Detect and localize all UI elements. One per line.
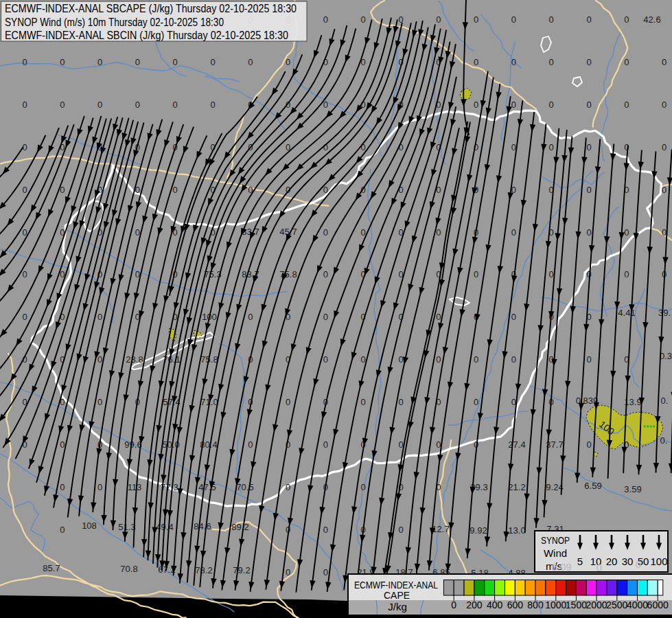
svg-text:0: 0	[97, 482, 102, 492]
svg-text:0: 0	[97, 354, 102, 365]
svg-text:0: 0	[60, 482, 65, 492]
svg-text:SYNOP Wind (m/s) 10m Thursday: SYNOP Wind (m/s) 10m Thursday 02-10-2025…	[5, 16, 224, 29]
svg-text:800: 800	[527, 599, 544, 610]
svg-text:0: 0	[549, 57, 554, 67]
svg-text:0: 0	[662, 185, 667, 195]
svg-text:0: 0	[511, 312, 516, 322]
svg-text:100: 100	[650, 556, 667, 567]
svg-text:0: 0	[549, 14, 554, 25]
svg-text:0: 0	[97, 57, 102, 67]
svg-text:0: 0	[210, 57, 215, 67]
svg-text:0: 0	[135, 57, 140, 67]
svg-text:0: 0	[436, 439, 441, 450]
svg-text:0: 0	[624, 100, 629, 110]
svg-text:CAPE: CAPE	[384, 589, 410, 601]
svg-text:0: 0	[662, 227, 667, 238]
svg-text:ECMWF-INDEX-ANAL SBCIN (J/kg): ECMWF-INDEX-ANAL SBCIN (J/kg) Thursday 0…	[5, 29, 288, 42]
svg-text:6000: 6000	[647, 599, 669, 610]
svg-text:0: 0	[248, 312, 253, 322]
svg-text:0: 0	[436, 14, 441, 25]
svg-text:70.5: 70.5	[236, 482, 253, 492]
svg-text:0.: 0.	[660, 435, 668, 446]
svg-text:0: 0	[135, 100, 140, 110]
svg-text:0: 0	[173, 100, 178, 110]
svg-text:0: 0	[586, 100, 591, 110]
svg-text:0: 0	[398, 439, 403, 450]
svg-text:0: 0	[286, 397, 290, 407]
svg-text:0.3: 0.3	[660, 351, 672, 361]
svg-text:2000: 2000	[586, 599, 607, 610]
svg-text:27.4: 27.4	[508, 439, 525, 450]
svg-text:0: 0	[361, 354, 366, 365]
svg-text:0: 0	[474, 397, 478, 407]
svg-text:9.92: 9.92	[470, 525, 487, 536]
svg-text:0: 0	[586, 57, 591, 67]
svg-text:78.2: 78.2	[195, 565, 212, 575]
svg-text:99.6: 99.6	[124, 439, 141, 450]
svg-text:108: 108	[82, 520, 97, 531]
svg-text:0: 0	[22, 227, 27, 238]
svg-text:0: 0	[60, 57, 65, 67]
svg-text:79.2: 79.2	[233, 565, 250, 575]
svg-text:0: 0	[624, 14, 629, 25]
svg-text:0: 0	[398, 397, 403, 407]
svg-text:0: 0	[323, 567, 328, 577]
svg-text:400: 400	[487, 599, 503, 610]
svg-text:85.7: 85.7	[43, 563, 60, 573]
svg-text:0: 0	[451, 599, 456, 610]
svg-text:3.59: 3.59	[624, 484, 641, 494]
svg-text:0: 0	[22, 312, 27, 322]
svg-text:0: 0	[511, 14, 516, 25]
svg-text:0: 0	[286, 57, 290, 67]
svg-text:51.3: 51.3	[118, 522, 135, 532]
svg-text:0: 0	[586, 185, 591, 195]
svg-text:0: 0	[97, 397, 102, 407]
svg-text:0: 0	[398, 354, 403, 365]
svg-text:0: 0	[474, 14, 478, 25]
svg-text:0: 0	[22, 57, 27, 67]
svg-text:2500: 2500	[606, 599, 627, 610]
svg-text:0: 0	[436, 227, 441, 238]
svg-text:0: 0	[549, 269, 554, 279]
svg-text:21.2: 21.2	[508, 482, 525, 492]
svg-text:70.8: 70.8	[120, 564, 137, 574]
svg-text:0: 0	[474, 100, 478, 110]
svg-text:42.6: 42.6	[643, 14, 660, 25]
svg-text:0: 0	[586, 439, 591, 450]
svg-text:0: 0	[60, 100, 65, 110]
svg-text:0: 0	[511, 227, 516, 238]
svg-text:0: 0	[173, 185, 178, 195]
svg-text:0: 0	[474, 269, 478, 279]
svg-text:0: 0	[323, 354, 328, 365]
svg-text:0: 0	[286, 482, 290, 492]
svg-text:39.: 39.	[658, 308, 671, 318]
svg-text:0: 0	[248, 57, 253, 67]
svg-text:0: 0	[398, 185, 403, 195]
svg-text:6.09: 6.09	[551, 561, 571, 573]
svg-text:0: 0	[436, 312, 441, 322]
svg-text:23.8: 23.8	[126, 354, 143, 365]
svg-text:0: 0	[586, 227, 591, 238]
svg-text:0: 0	[323, 269, 328, 279]
svg-text:0: 0	[248, 439, 253, 450]
svg-text:0: 0	[210, 100, 215, 110]
svg-text:0: 0	[323, 439, 328, 450]
svg-text:0: 0	[361, 227, 366, 238]
svg-text:600: 600	[507, 599, 524, 610]
svg-text:200: 200	[466, 599, 483, 610]
svg-text:0: 0	[361, 482, 366, 492]
svg-text:0: 0	[60, 439, 65, 450]
svg-text:SYNOP: SYNOP	[541, 534, 570, 546]
svg-text:0: 0	[22, 269, 27, 279]
svg-text:0: 0	[97, 312, 102, 322]
svg-text:0: 0	[624, 269, 629, 279]
svg-text:0: 0	[511, 142, 516, 152]
svg-text:4.41: 4.41	[618, 308, 635, 318]
svg-text:89.2: 89.2	[231, 522, 248, 532]
svg-text:1500: 1500	[566, 599, 587, 610]
svg-text:ECMWF-INDEX-ANAL SBCAPE (J/kg): ECMWF-INDEX-ANAL SBCAPE (J/kg) Thursday …	[5, 2, 297, 15]
svg-text:84.6: 84.6	[194, 521, 211, 531]
svg-text:6.59: 6.59	[584, 481, 601, 491]
svg-text:0.: 0.	[661, 396, 669, 406]
svg-text:20: 20	[606, 556, 618, 567]
